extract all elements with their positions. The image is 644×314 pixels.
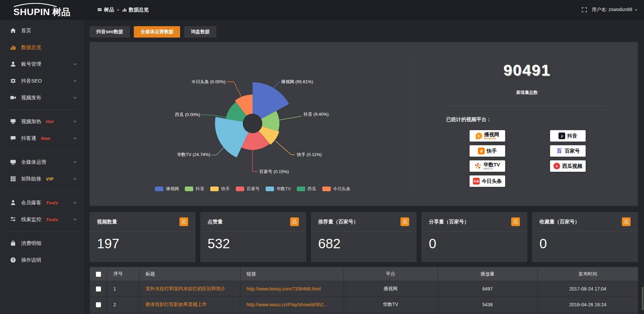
- label-leader-line: [202, 115, 227, 117]
- sidebar-item-video[interactable]: 视频发布: [0, 89, 84, 106]
- home-icon: [10, 28, 16, 34]
- sidebar-item-sliders[interactable]: 线索监控Tools: [0, 211, 84, 228]
- video-url-link[interactable]: http://www.boosj.com/7338468.html: [240, 281, 344, 297]
- select-all-cell: [90, 267, 107, 281]
- video-table: 序号标题链接平台播放量发布时间 1室外水纹灯和室内水纹灯的区别和简介http:/…: [90, 267, 638, 314]
- legend-item[interactable]: 华数TV: [266, 186, 291, 192]
- pie-label: 百家号 (0.15%): [259, 169, 289, 174]
- chevron-down-icon: [73, 79, 77, 83]
- sidebar: 首页数据总览账号管理抖音SEO视频发布视频加热Hot抖客通New全媒体运营矩阵助…: [0, 19, 84, 314]
- main-content: 抖音seo数据全媒体运营数据询盘数据 播视网 (65.61%)抖音 (9.40%…: [84, 19, 644, 314]
- video-title-link[interactable]: 室外水纹灯和室内水纹灯的区别和简介: [140, 281, 240, 297]
- legend-item[interactable]: 西瓜: [297, 186, 316, 192]
- stat-card-title: 视频数量: [97, 219, 117, 225]
- grid-icon: [10, 176, 16, 182]
- legend-item[interactable]: 播视网: [155, 186, 179, 192]
- column-header: 标题: [140, 267, 240, 281]
- sidebar-item-user[interactable]: 账号管理: [0, 56, 84, 72]
- sidebar-item-label: 账号管理: [21, 61, 41, 67]
- chevron-down-icon: [73, 177, 77, 181]
- breadcrumb-item[interactable]: 树品: [97, 7, 114, 13]
- chevron-down-icon: [73, 201, 77, 205]
- sidebar-item-label: 矩阵助推: [21, 176, 41, 182]
- legend-swatch: [322, 187, 331, 191]
- row-plays: 8497: [438, 281, 538, 297]
- data-tabs: 抖音seo数据全媒体运营数据询盘数据: [90, 26, 216, 38]
- sidebar-item-wallet[interactable]: 消费明细: [0, 235, 84, 252]
- sidebar-item-label: 视频加热: [21, 118, 41, 125]
- platforms-title: 已统计的视频平台：: [446, 116, 491, 123]
- sidebar-item-chart[interactable]: 数据总览: [0, 39, 84, 56]
- chart-icon: [10, 44, 16, 50]
- sidebar-item-question[interactable]: ?操作说明: [0, 252, 84, 268]
- douyin-logo-icon: ♪: [558, 133, 565, 139]
- row-time: 2017-08-24 17:04: [538, 281, 638, 297]
- pie-slice[interactable]: [253, 82, 289, 119]
- platform-badge-toutiao: 头条今日头条: [470, 175, 505, 187]
- app-logo: SHUPIN 树品: [0, 0, 84, 19]
- tab-全媒体运营数据[interactable]: 全媒体运营数据: [134, 26, 180, 38]
- sidebar-item-label: 首页: [21, 28, 31, 34]
- label-leader-line: [212, 148, 224, 155]
- svg-text:?: ?: [12, 258, 14, 262]
- sidebar-divider: [6, 150, 79, 150]
- platform-badge-wasu: 华数TVwasu.cn: [470, 160, 505, 172]
- bars-icon: [122, 7, 127, 12]
- baijiahao-logo-icon: 百: [556, 148, 563, 154]
- stat-card-title: 分享量（百家号）: [429, 219, 469, 225]
- legend-item[interactable]: 抖音: [185, 186, 204, 192]
- legend-item[interactable]: 快手: [210, 186, 230, 192]
- legend-item[interactable]: 今日头条: [322, 186, 351, 192]
- sidebar-item-home[interactable]: 首页: [0, 22, 84, 39]
- column-header: 平台: [344, 267, 438, 281]
- total-badge: 总: [400, 217, 409, 226]
- total-badge: 总: [179, 217, 188, 226]
- video-title-link[interactable]: 楼体投影灯投影效果震撼上市: [140, 297, 240, 313]
- sidebar-item-heat[interactable]: 视频加热Hot: [0, 113, 84, 130]
- sidebar-item-label: 数据总览: [21, 44, 41, 51]
- row-num: 1: [107, 281, 140, 297]
- tab-抖音seo数据[interactable]: 抖音seo数据: [90, 26, 130, 38]
- total-badge: 总: [290, 217, 299, 226]
- pie-label: 今日头条 (0.00%): [192, 79, 225, 84]
- select-all-checkbox[interactable]: [96, 272, 101, 277]
- platform-badge-xigua: 西瓜视频: [550, 160, 586, 172]
- chart-legend: 播视网抖音快手百家号华数TV西瓜今日头条: [90, 186, 416, 192]
- sidebar-item-gear[interactable]: 抖音SEO: [0, 72, 84, 89]
- sidebar-item-person[interactable]: 会员爆客Tools: [0, 194, 84, 211]
- sidebar-item-grid[interactable]: 矩阵助推VIP: [0, 170, 84, 187]
- legend-swatch: [155, 187, 163, 191]
- sidebar-badge: VIP: [46, 176, 53, 181]
- sidebar-badge: Hot: [46, 119, 54, 124]
- platform-badge-kuaishou: 8快手: [470, 145, 505, 157]
- fullscreen-icon[interactable]: [582, 7, 587, 12]
- overview-panel: 播视网 (65.61%)抖音 (9.40%)快手 (0.11%)百家号 (0.1…: [90, 42, 638, 206]
- breadcrumb: 树品>数据总览: [97, 0, 149, 19]
- total-badge: 总: [622, 217, 631, 226]
- stat-card-value: 197: [90, 232, 196, 251]
- tab-询盘数据[interactable]: 询盘数据: [184, 26, 216, 38]
- scrollbar-thumb[interactable]: [642, 287, 644, 310]
- report-icon: [97, 7, 102, 12]
- sidebar-item-monitor[interactable]: 全媒体运营: [0, 154, 84, 170]
- question-icon: ?: [10, 257, 16, 263]
- video-table-wrap: 序号标题链接平台播放量发布时间 1室外水纹灯和室内水纹灯的区别和简介http:/…: [90, 267, 638, 314]
- video-icon: [10, 95, 16, 101]
- sidebar-badge: Tools: [46, 217, 58, 222]
- heat-icon: [10, 118, 16, 124]
- legend-swatch: [266, 187, 274, 191]
- stat-card-value: 682: [311, 232, 417, 251]
- user-menu[interactable]: 用户名: zswodun88: [592, 7, 638, 13]
- legend-item[interactable]: 百家号: [236, 186, 260, 192]
- video-url-link[interactable]: http://www.wasu.cn/Play/show/id/952...: [240, 297, 344, 313]
- platform-badge-baijiahao: 百百家号: [550, 145, 586, 157]
- row-checkbox[interactable]: [96, 286, 101, 292]
- kuaishou-logo-icon: 8: [478, 148, 485, 154]
- stat-card: 收藏量（百家号）总0: [532, 212, 638, 262]
- row-checkbox[interactable]: [96, 302, 101, 307]
- stat-card-value: 0: [421, 232, 527, 251]
- row-select-cell: [90, 281, 107, 297]
- sidebar-item-chat[interactable]: 抖客通New: [0, 130, 84, 147]
- chevron-down-icon: [73, 96, 77, 100]
- breadcrumb-item[interactable]: 数据总览: [122, 7, 149, 13]
